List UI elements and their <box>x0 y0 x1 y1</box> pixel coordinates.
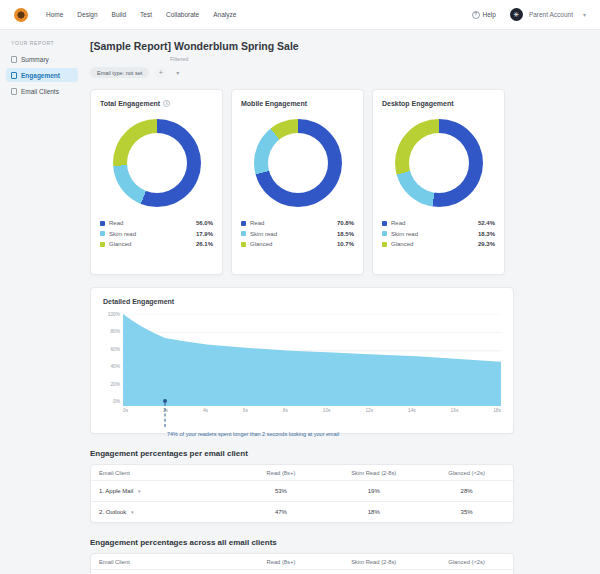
nav-item-design[interactable]: Design <box>77 11 97 18</box>
all-clients-section-heading: Engagement percentages across all email … <box>90 538 514 547</box>
donut-legend: Read 70.8% Skim read 18.5% Glanced 10.7% <box>241 220 354 247</box>
all-clients-table-card: Email Client Read (8s+) Skim Read (2-8s)… <box>90 553 514 574</box>
detailed-engagement-card: Detailed Engagement 100%80%60%40%20%0% 0… <box>90 287 514 434</box>
table-header-row: Email Client Read (8s+) Skim Read (2-8s)… <box>91 554 513 570</box>
engagement-cards-row: Total Engagement i Read 56.0% <box>90 89 514 275</box>
card-title: Detailed Engagement <box>103 298 174 305</box>
per-client-table: Email Client Read (8s+) Skim Read (2-8s)… <box>91 465 513 522</box>
col-skim-read: Skim Read (2-8s) <box>327 554 420 570</box>
skim-read-marker-icon <box>100 231 105 236</box>
nav-item-test[interactable]: Test <box>140 11 152 18</box>
legend-value: 18.3% <box>478 231 495 237</box>
skim-value: 19% <box>327 481 420 502</box>
legend-label: Glanced <box>250 241 272 247</box>
legend-row-read: Read 52.4% <box>382 220 495 226</box>
sidebar-item-label: Summary <box>21 56 49 63</box>
filter-bar: Email type: not set + ▾ <box>90 67 514 78</box>
main-content: [Sample Report] Wonderblum Spring Sale F… <box>90 30 514 574</box>
client-name: 1. Apple Mail <box>99 488 133 494</box>
glanced-marker-icon <box>382 242 387 247</box>
glanced-value: 35% <box>420 502 513 523</box>
nav-item-build[interactable]: Build <box>112 11 126 18</box>
table-row: 1. Apple Mail ▾ 29% 8% 15% <box>91 570 513 574</box>
glanced-value: 15% <box>420 570 513 574</box>
litmus-logo-icon[interactable] <box>14 8 28 22</box>
legend-label: Glanced <box>391 241 413 247</box>
legend-value: 18.5% <box>337 231 354 237</box>
legend-row-read: Read 70.8% <box>241 220 354 226</box>
question-circle-icon: ? <box>472 11 480 19</box>
engagement-page-icon <box>11 72 17 79</box>
legend-label: Skim read <box>250 231 277 237</box>
sidebar-item-label: Engagement <box>21 72 60 79</box>
legend-value: 70.8% <box>337 220 354 226</box>
legend-row-glanced: Glanced 10.7% <box>241 241 354 247</box>
donut-legend: Read 52.4% Skim read 18.3% Glanced 29.3% <box>382 220 495 247</box>
all-clients-table: Email Client Read (8s+) Skim Read (2-8s)… <box>91 554 513 574</box>
y-axis-labels: 100%80%60%40%20%0% <box>103 314 123 406</box>
top-navigation-bar: Home Design Build Test Collaborate Analy… <box>0 0 600 30</box>
sidebar-item-engagement[interactable]: Engagement <box>6 68 78 82</box>
legend-label: Read <box>250 220 264 226</box>
email-clients-page-icon <box>11 88 17 95</box>
legend-row-glanced: Glanced 29.3% <box>382 241 495 247</box>
glanced-value: 28% <box>420 481 513 502</box>
nav-item-home[interactable]: Home <box>46 11 63 18</box>
card-title: Total Engagement <box>100 100 160 107</box>
help-button[interactable]: ? Help <box>472 11 496 19</box>
add-filter-button[interactable]: + <box>155 67 166 78</box>
sidebar-item-summary[interactable]: Summary <box>6 52 78 66</box>
read-value: 53% <box>234 481 327 502</box>
client-name: 2. Outlook <box>99 509 126 515</box>
sidebar-section-label: YOUR REPORT <box>11 40 78 46</box>
summary-page-icon <box>11 56 17 63</box>
report-sidebar: YOUR REPORT Summary Engagement Email Cli… <box>0 30 84 574</box>
nav-item-collaborate[interactable]: Collaborate <box>166 11 199 18</box>
legend-label: Skim read <box>109 231 136 237</box>
table-row: 2. Outlook ▾ 47% 18% 35% <box>91 502 513 523</box>
donut-hole <box>268 133 328 193</box>
donut-hole <box>127 133 187 193</box>
legend-label: Glanced <box>109 241 131 247</box>
donut-legend: Read 56.0% Skim read 17.9% Glanced 26.1% <box>100 220 213 247</box>
desktop-engagement-card: Desktop Engagement Read 52.4% Skim <box>372 89 505 275</box>
filter-chip-email-type[interactable]: Email type: not set <box>90 67 149 78</box>
client-cell-apple-mail[interactable]: 1. Apple Mail ▾ <box>91 570 234 574</box>
skim-value: 18% <box>327 502 420 523</box>
glanced-marker-icon <box>241 242 246 247</box>
info-icon[interactable]: i <box>163 100 170 107</box>
filtered-label: Filtered <box>170 56 514 62</box>
card-title: Mobile Engagement <box>241 100 307 107</box>
app-window: Home Design Build Test Collaborate Analy… <box>0 0 600 574</box>
primary-nav: Home Design Build Test Collaborate Analy… <box>46 11 236 18</box>
topbar-right: ? Help ✳ Parent Account ▾ <box>472 8 586 21</box>
area-chart-plot <box>123 314 501 406</box>
skim-read-marker-icon <box>382 231 387 236</box>
row-chevron-down-icon[interactable]: ▾ <box>138 488 141 494</box>
account-chevron-down-icon[interactable]: ▾ <box>583 11 586 18</box>
account-avatar[interactable]: ✳ <box>510 8 523 21</box>
donut-hole <box>409 133 469 193</box>
nav-item-analyze[interactable]: Analyze <box>213 11 236 18</box>
col-glanced: Glanced (<2s) <box>420 465 513 481</box>
row-chevron-down-icon[interactable]: ▾ <box>131 509 134 515</box>
client-cell-apple-mail[interactable]: 1. Apple Mail ▾ <box>91 481 234 502</box>
total-engagement-donut-chart <box>113 119 201 207</box>
help-label: Help <box>483 11 496 18</box>
per-client-table-card: Email Client Read (8s+) Skim Read (2-8s)… <box>90 464 514 523</box>
client-cell-outlook[interactable]: 2. Outlook ▾ <box>91 502 234 523</box>
legend-value: 17.9% <box>196 231 213 237</box>
area-chart-svg <box>123 314 501 406</box>
area-chart: 100%80%60%40%20%0% <box>103 314 501 406</box>
sidebar-item-email-clients[interactable]: Email Clients <box>6 84 78 98</box>
legend-label: Read <box>109 220 123 226</box>
legend-value: 26.1% <box>196 241 213 247</box>
read-marker-icon <box>241 221 246 226</box>
legend-label: Read <box>391 220 405 226</box>
filter-chevron-down-icon[interactable]: ▾ <box>176 69 179 76</box>
col-skim-read: Skim Read (2-8s) <box>327 465 420 481</box>
legend-row-skim-read: Skim read 18.3% <box>382 231 495 237</box>
legend-row-read: Read 56.0% <box>100 220 213 226</box>
card-title: Desktop Engagement <box>382 100 454 107</box>
read-value: 47% <box>234 502 327 523</box>
